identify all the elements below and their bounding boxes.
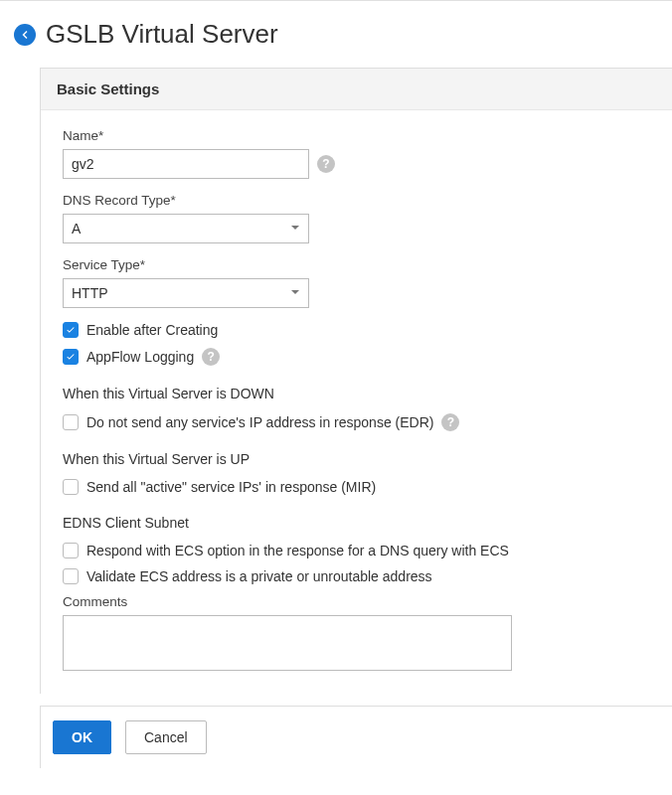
- appflow-logging-checkbox[interactable]: [63, 349, 79, 365]
- edr-checkbox[interactable]: [63, 414, 79, 430]
- dns-record-type-select[interactable]: A: [63, 214, 309, 243]
- ok-button[interactable]: OK: [53, 720, 111, 754]
- appflow-logging-label: AppFlow Logging: [86, 349, 194, 365]
- mir-checkbox[interactable]: [63, 479, 79, 495]
- service-type-label: Service Type*: [63, 257, 650, 272]
- back-icon[interactable]: [14, 24, 36, 46]
- page-title: GSLB Virtual Server: [46, 19, 278, 50]
- panel-title: Basic Settings: [57, 80, 656, 97]
- up-section-label: When this Virtual Server is UP: [63, 451, 650, 467]
- mir-label: Send all "active" service IPs' in respon…: [86, 479, 376, 495]
- ecs-respond-label: Respond with ECS option in the response …: [86, 543, 509, 558]
- ecs-validate-label: Validate ECS address is a private or unr…: [86, 568, 432, 584]
- ecs-respond-checkbox[interactable]: [63, 543, 79, 558]
- comments-label: Comments: [63, 594, 650, 609]
- edr-label: Do not send any service's IP address in …: [86, 414, 433, 430]
- help-icon[interactable]: ?: [317, 155, 335, 173]
- help-icon[interactable]: ?: [441, 413, 459, 431]
- enable-after-creating-checkbox[interactable]: [63, 322, 79, 338]
- cancel-button[interactable]: Cancel: [125, 720, 207, 754]
- dns-record-type-label: DNS Record Type*: [63, 193, 650, 208]
- enable-after-creating-label: Enable after Creating: [86, 322, 218, 338]
- button-row: OK Cancel: [40, 706, 672, 768]
- help-icon[interactable]: ?: [202, 348, 220, 366]
- page-header: GSLB Virtual Server: [0, 1, 672, 68]
- down-section-label: When this Virtual Server is DOWN: [63, 386, 650, 401]
- basic-settings-panel: Basic Settings Name* ? DNS Record Type* …: [40, 68, 672, 694]
- panel-header: Basic Settings: [41, 69, 672, 110]
- edns-section-label: EDNS Client Subnet: [63, 515, 650, 531]
- name-input[interactable]: [63, 149, 309, 179]
- ecs-validate-checkbox[interactable]: [63, 568, 79, 584]
- service-type-select[interactable]: HTTP: [63, 278, 309, 308]
- name-label: Name*: [63, 128, 650, 143]
- comments-textarea[interactable]: [63, 615, 512, 671]
